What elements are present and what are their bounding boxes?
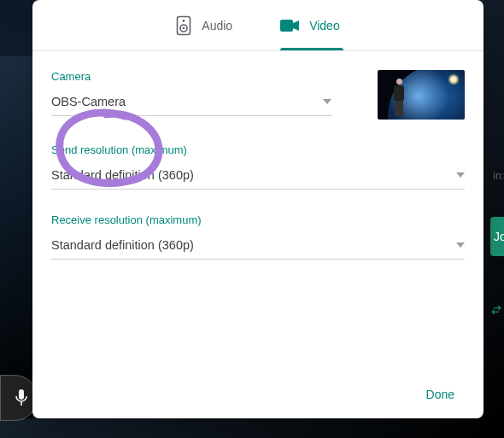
join-button-fragment[interactable]: Jo <box>490 217 504 256</box>
chevron-down-icon <box>323 99 331 104</box>
settings-dialog: Audio Video Camera OBS-Camera <box>32 0 483 418</box>
svg-rect-6 <box>280 20 293 32</box>
swap-icon[interactable] <box>490 304 502 319</box>
svg-point-5 <box>183 26 185 29</box>
join-button-label: Jo <box>494 230 504 243</box>
camera-label: Camera <box>51 70 331 83</box>
svg-point-3 <box>183 20 185 22</box>
done-button-label: Done <box>426 388 454 401</box>
receive-resolution-label: Receive resolution (maximum) <box>51 213 465 226</box>
tab-audio[interactable]: Audio <box>176 0 232 50</box>
send-resolution-label: Send resolution (maximum) <box>51 143 465 156</box>
send-resolution-select[interactable]: Standard definition (360p) <box>51 165 465 190</box>
microphone-icon <box>15 388 28 407</box>
camera-select[interactable]: OBS-Camera <box>51 91 331 116</box>
done-button[interactable]: Done <box>416 381 465 408</box>
receive-resolution-value: Standard definition (360p) <box>51 238 194 252</box>
tab-audio-label: Audio <box>202 19 232 32</box>
svg-rect-0 <box>19 389 24 400</box>
receive-resolution-section: Receive resolution (maximum) Standard de… <box>51 213 465 260</box>
receive-resolution-select[interactable]: Standard definition (360p) <box>51 235 465 260</box>
speaker-icon <box>176 15 191 36</box>
video-camera-icon <box>280 20 299 32</box>
tab-video-label: Video <box>309 19 340 32</box>
dialog-footer: Done <box>32 371 483 418</box>
camera-section: Camera OBS-Camera <box>51 70 465 120</box>
chevron-down-icon <box>456 242 465 248</box>
chevron-down-icon <box>456 172 465 178</box>
tab-video[interactable]: Video <box>280 0 340 50</box>
send-resolution-section: Send resolution (maximum) Standard defin… <box>51 143 465 190</box>
send-resolution-value: Standard definition (360p) <box>51 168 194 182</box>
pin-label-fragment: in: <box>493 170 504 182</box>
settings-tabs: Audio Video <box>32 0 483 51</box>
self-preview-sliver <box>0 56 32 418</box>
camera-select-value: OBS-Camera <box>51 95 126 108</box>
camera-preview-thumbnail <box>378 70 465 120</box>
settings-body: Camera OBS-Camera Send resolution (maxim… <box>32 51 483 371</box>
